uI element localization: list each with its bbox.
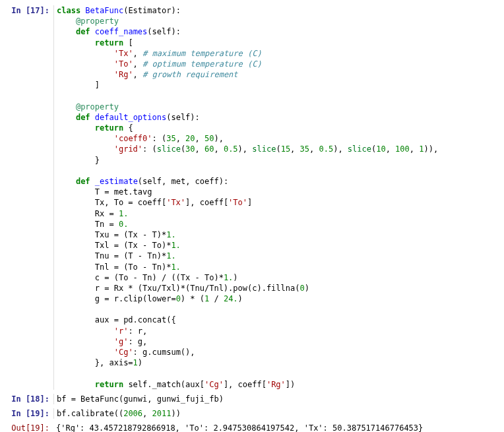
line-T: T = met.tavg	[95, 187, 152, 197]
str-grid: 'grid'	[114, 144, 142, 154]
code-19[interactable]: bf.calibrate((2006, 2011))	[53, 408, 504, 419]
n1c: 1.	[166, 230, 175, 239]
n30: 30	[185, 144, 195, 154]
kw-class: class	[57, 6, 80, 15]
coeff-Tx: 'Tx'	[166, 198, 185, 207]
prompt-out-19: Out[19]:	[0, 423, 53, 432]
n1b: 1.	[119, 209, 128, 218]
n60: 60	[205, 144, 214, 154]
cell-18: In [18]: bf = BetaFunc(gunwi, gunwi_fuji…	[0, 394, 504, 404]
str-g: 'g'	[114, 337, 129, 346]
class-name: BetaFunc	[85, 6, 123, 15]
comment-Rg: # growth requirement	[142, 70, 238, 79]
kw-def3: def	[76, 177, 90, 186]
n1d: 1.	[171, 241, 180, 250]
str-To: 'To'	[114, 59, 133, 69]
str-coeff0: 'coeff0'	[114, 134, 152, 143]
arg-coeff: coeff	[195, 177, 219, 186]
prompt-in-19: In [19]:	[0, 408, 53, 419]
n100: 100	[395, 144, 410, 154]
self3: self	[142, 177, 162, 186]
n50: 50	[205, 134, 214, 143]
n05a: 0.5	[224, 144, 238, 154]
n20: 20	[185, 134, 195, 143]
n15: 15	[281, 144, 290, 154]
coeff-Rg: 'Rg'	[267, 380, 286, 389]
line-18: bf = BetaFunc(gunwi, gunwi_fuji_fb)	[57, 394, 224, 404]
coeff-To: 'To'	[228, 198, 247, 207]
n10: 10	[376, 144, 385, 154]
n1e: 1.	[166, 251, 175, 261]
arg-met: met	[171, 177, 185, 186]
n0: 0.	[119, 220, 128, 229]
decorator-property-2: @property	[76, 102, 119, 111]
kw-def2: def	[76, 113, 90, 122]
code-17[interactable]: class BetaFunc(Estimator): @property def…	[53, 5, 504, 390]
n0c: 0	[176, 294, 181, 303]
comment-Tx: # maximum temperature (C)	[142, 49, 262, 58]
kw-return3: return	[95, 380, 123, 389]
str-Cg: 'Cg'	[114, 348, 133, 357]
kw-def1: def	[76, 27, 90, 36]
c19-prefix: bf.calibrate((	[57, 409, 123, 418]
n05b: 0.5	[319, 144, 333, 154]
slice3: slice	[348, 144, 371, 154]
comment-To: # optimum temperature (C)	[142, 59, 262, 69]
slice1: slice	[157, 144, 181, 154]
self1: self	[152, 27, 172, 36]
prompt-in-17: In [17]:	[0, 5, 53, 390]
n1a: 1	[419, 144, 424, 154]
n2006: 2006	[123, 409, 142, 418]
fn-default-options: default_options	[95, 113, 166, 122]
self2: self	[171, 113, 190, 122]
str-Rg: 'Rg'	[114, 70, 133, 79]
fn-coeff-names: coeff_names	[95, 27, 147, 36]
cell-19: In [19]: bf.calibrate((2006, 2011))	[0, 408, 504, 419]
aux-Cg: 'Cg'	[205, 380, 224, 389]
str-r: 'r'	[114, 326, 129, 336]
c19-suffix: ))	[171, 409, 180, 418]
code-18[interactable]: bf = BetaFunc(gunwi, gunwi_fuji_fb)	[53, 394, 504, 404]
n35b: 35	[300, 144, 309, 154]
fn-estimate: _estimate	[95, 177, 138, 186]
n1h: 1	[205, 294, 209, 303]
n1f: 1.	[171, 262, 180, 272]
prompt-in-18: In [18]:	[0, 394, 53, 404]
str-Tx: 'Tx'	[114, 49, 133, 58]
n2011: 2011	[152, 409, 172, 418]
base-class: Estimator	[128, 6, 171, 15]
n1g: 1.	[224, 273, 233, 282]
slice2: slice	[252, 144, 276, 154]
output-19: Out[19]: {'Rg': 43.457218792866918, 'To'…	[0, 423, 504, 432]
n35: 35	[166, 134, 175, 143]
out-19-text: {'Rg': 43.457218792866918, 'To': 2.94753…	[53, 423, 504, 432]
kw-return2: return	[95, 123, 123, 133]
n24: 24.	[224, 294, 238, 303]
n0b: 0	[299, 284, 304, 293]
cell-17: In [17]: class BetaFunc(Estimator): @pro…	[0, 5, 504, 390]
n1i: 1	[133, 358, 138, 367]
decorator-property-1: @property	[76, 16, 119, 26]
kw-return1: return	[95, 38, 123, 47]
